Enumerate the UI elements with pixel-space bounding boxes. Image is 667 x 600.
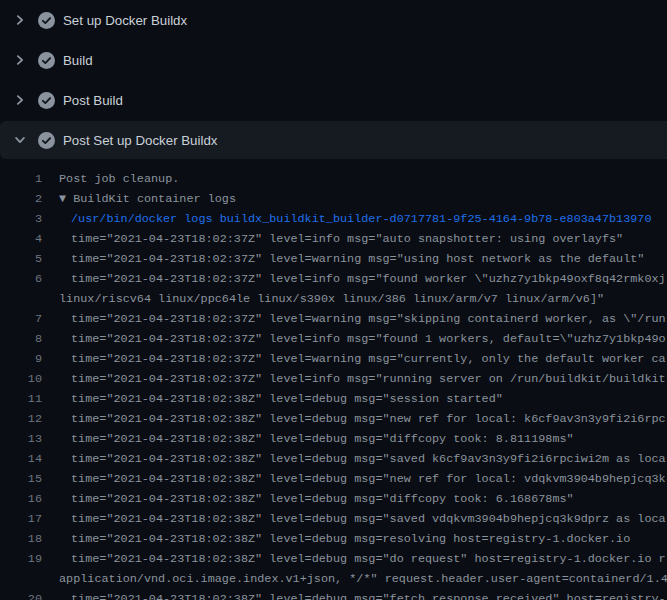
log-line: 17time="2021-04-23T18:02:38Z" level=debu…: [0, 509, 667, 529]
step-build[interactable]: Build: [0, 40, 667, 80]
check-circle-icon: [38, 132, 55, 149]
log-text: time="2021-04-23T18:02:38Z" level=debug …: [59, 389, 503, 409]
line-number[interactable]: 1: [0, 169, 42, 189]
log-text: time="2021-04-23T18:02:38Z" level=debug …: [59, 509, 666, 529]
line-number[interactable]: 17: [0, 509, 42, 529]
line-number[interactable]: 12: [0, 409, 42, 429]
log-line-continuation: application/vnd.oci.image.index.v1+json,…: [0, 569, 667, 589]
step-log: 1Post job cleanup.2▼ BuildKit container …: [0, 169, 667, 600]
log-text: time="2021-04-23T18:02:37Z" level=warnin…: [59, 309, 666, 329]
log-text: time="2021-04-23T18:02:37Z" level=warnin…: [59, 249, 644, 269]
line-number[interactable]: 18: [0, 529, 42, 549]
log-text: time="2021-04-23T18:02:38Z" level=debug …: [59, 549, 666, 569]
check-circle-icon: [38, 92, 55, 109]
log-line: 14time="2021-04-23T18:02:38Z" level=debu…: [0, 449, 667, 469]
log-text: ▼ BuildKit container logs: [59, 189, 236, 209]
line-number[interactable]: 4: [0, 229, 42, 249]
log-line: 15time="2021-04-23T18:02:38Z" level=debu…: [0, 469, 667, 489]
log-text: time="2021-04-23T18:02:38Z" level=debug …: [59, 469, 666, 489]
line-number[interactable]: 3: [0, 209, 42, 229]
log-line: 9time="2021-04-23T18:02:37Z" level=warni…: [0, 349, 667, 369]
log-line: 20time="2021-04-23T18:02:38Z" level=debu…: [0, 589, 667, 600]
step-label: Set up Docker Buildx: [63, 13, 187, 28]
chevron-right-icon: [12, 12, 28, 28]
line-number[interactable]: 14: [0, 449, 42, 469]
step-label: Build: [63, 53, 93, 68]
chevron-down-icon: [12, 132, 28, 148]
log-text: time="2021-04-23T18:02:37Z" level=warnin…: [59, 349, 666, 369]
group-toggle-icon[interactable]: ▼: [59, 192, 73, 206]
log-text: time="2021-04-23T18:02:37Z" level=info m…: [59, 269, 666, 289]
log-line: 2▼ BuildKit container logs: [0, 189, 667, 209]
line-number[interactable]: 8: [0, 329, 42, 349]
step-post-build[interactable]: Post Build: [0, 80, 667, 120]
chevron-right-icon: [12, 52, 28, 68]
step-set-up-docker-buildx[interactable]: Set up Docker Buildx: [0, 0, 667, 40]
job-steps-list: Set up Docker Buildx Build Post Build Po…: [0, 0, 667, 600]
line-number[interactable]: 5: [0, 249, 42, 269]
log-text: time="2021-04-23T18:02:38Z" level=debug …: [59, 409, 666, 429]
line-number[interactable]: 2: [0, 189, 42, 209]
log-text: time="2021-04-23T18:02:38Z" level=debug …: [59, 589, 666, 600]
group-title: BuildKit container logs: [73, 192, 236, 206]
log-line: 10time="2021-04-23T18:02:37Z" level=info…: [0, 369, 667, 389]
log-text: time="2021-04-23T18:02:38Z" level=debug …: [59, 489, 574, 509]
line-number[interactable]: 20: [0, 589, 42, 600]
step-label: Post Build: [63, 93, 123, 108]
line-number[interactable]: 6: [0, 269, 42, 289]
log-line: 1Post job cleanup.: [0, 169, 667, 189]
line-number[interactable]: 13: [0, 429, 42, 449]
log-command-text: /usr/bin/docker logs buildx_buildkit_bui…: [59, 209, 652, 229]
check-circle-icon: [38, 52, 55, 69]
log-line: 12time="2021-04-23T18:02:38Z" level=debu…: [0, 409, 667, 429]
step-label: Post Set up Docker Buildx: [63, 133, 217, 148]
check-circle-icon: [38, 12, 55, 29]
log-text: linux/riscv64 linux/ppc64le linux/s390x …: [59, 289, 604, 309]
log-line: 11time="2021-04-23T18:02:38Z" level=debu…: [0, 389, 667, 409]
log-line: 3/usr/bin/docker logs buildx_buildkit_bu…: [0, 209, 667, 229]
log-line-continuation: linux/riscv64 linux/ppc64le linux/s390x …: [0, 289, 667, 309]
log-line: 18time="2021-04-23T18:02:38Z" level=debu…: [0, 529, 667, 549]
line-number[interactable]: 19: [0, 549, 42, 569]
chevron-right-icon: [12, 92, 28, 108]
log-line: 16time="2021-04-23T18:02:38Z" level=debu…: [0, 489, 667, 509]
line-number[interactable]: 7: [0, 309, 42, 329]
line-number[interactable]: 15: [0, 469, 42, 489]
step-post-set-up-docker-buildx[interactable]: Post Set up Docker Buildx: [0, 121, 667, 159]
log-line: 7time="2021-04-23T18:02:37Z" level=warni…: [0, 309, 667, 329]
log-text: time="2021-04-23T18:02:37Z" level=info m…: [59, 229, 623, 249]
line-number[interactable]: 16: [0, 489, 42, 509]
line-number: [0, 289, 42, 309]
log-text: time="2021-04-23T18:02:37Z" level=info m…: [59, 369, 666, 389]
log-line: 4time="2021-04-23T18:02:37Z" level=info …: [0, 229, 667, 249]
log-line: 8time="2021-04-23T18:02:37Z" level=info …: [0, 329, 667, 349]
log-text: time="2021-04-23T18:02:37Z" level=info m…: [59, 329, 666, 349]
log-line: 19time="2021-04-23T18:02:38Z" level=debu…: [0, 549, 667, 569]
log-text: time="2021-04-23T18:02:38Z" level=debug …: [59, 529, 630, 549]
log-text: time="2021-04-23T18:02:38Z" level=debug …: [59, 449, 666, 469]
line-number[interactable]: 11: [0, 389, 42, 409]
log-text: Post job cleanup.: [59, 169, 179, 189]
log-line: 6time="2021-04-23T18:02:37Z" level=info …: [0, 269, 667, 289]
log-text: application/vnd.oci.image.index.v1+json,…: [59, 569, 667, 589]
line-number: [0, 569, 42, 589]
log-text: time="2021-04-23T18:02:38Z" level=debug …: [59, 429, 574, 449]
log-line: 13time="2021-04-23T18:02:38Z" level=debu…: [0, 429, 667, 449]
line-number[interactable]: 10: [0, 369, 42, 389]
log-line: 5time="2021-04-23T18:02:37Z" level=warni…: [0, 249, 667, 269]
line-number[interactable]: 9: [0, 349, 42, 369]
